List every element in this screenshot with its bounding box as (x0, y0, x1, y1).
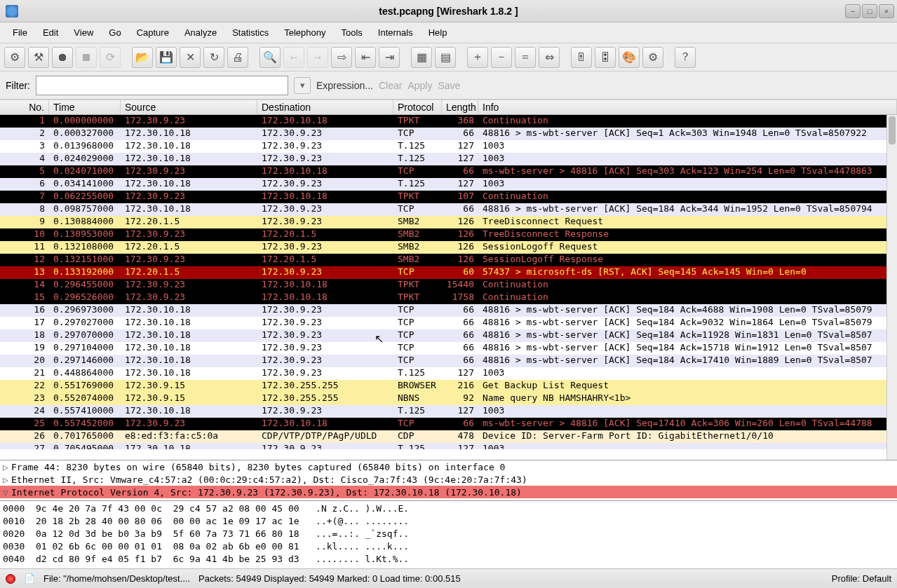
status-packets: Packets: 54949 Displayed: 54949 Marked: … (198, 573, 823, 584)
filter-label: Filter: (6, 80, 30, 91)
menubar: File Edit View Go Capture Analyze Statis… (0, 22, 897, 43)
col-header-source[interactable]: Source (121, 100, 257, 114)
menu-help[interactable]: Help (421, 25, 454, 41)
menu-capture[interactable]: Capture (130, 25, 176, 41)
resize-columns-icon[interactable]: ⇔ (539, 47, 560, 68)
packet-bytes-pane[interactable]: 0000 9c 4e 20 7a 7f 43 00 0c 29 c4 57 a2… (0, 500, 897, 568)
menu-telephony[interactable]: Telephony (277, 25, 332, 41)
packet-row[interactable]: 150.296526000172.30.9.23172.30.10.18TPKT… (0, 292, 897, 304)
col-header-destination[interactable]: Destination (257, 100, 393, 114)
packet-list-pane: No. Time Source Destination Protocol Len… (0, 100, 897, 460)
packet-row[interactable]: 200.297146000172.30.10.18172.30.9.23TCP6… (0, 355, 897, 367)
menu-file[interactable]: File (6, 25, 34, 41)
packet-row[interactable]: 120.132151000172.30.9.23172.20.1.5SMB212… (0, 254, 897, 266)
packet-row[interactable]: 190.297104000172.30.10.18172.30.9.23TCP6… (0, 342, 897, 355)
packet-row[interactable]: 60.034141000172.30.10.18172.30.9.23T.125… (0, 178, 897, 191)
col-header-time[interactable]: Time (49, 100, 121, 114)
packet-row[interactable]: 40.024029000172.30.10.18172.30.9.23T.125… (0, 153, 897, 165)
maximize-button[interactable]: □ (862, 4, 877, 18)
packet-list-body[interactable]: 10.000000000172.30.9.23172.30.10.18TPKT3… (0, 115, 897, 449)
packet-row[interactable]: 260.701765000e8:ed:f3:fa:c5:0aCDP/VTP/DT… (0, 430, 897, 443)
packet-row[interactable]: 170.297027000172.30.10.18172.30.9.23TCP6… (0, 317, 897, 329)
options-icon[interactable]: ⚒ (28, 47, 49, 68)
capture-filters-icon[interactable]: 🎚 (571, 47, 592, 68)
first-packet-icon[interactable]: ⇤ (355, 47, 376, 68)
packet-row[interactable]: 130.133192000172.20.1.5172.30.9.23TCP605… (0, 266, 897, 279)
close-file-icon[interactable]: ✕ (180, 47, 201, 68)
preferences-icon[interactable]: ⚙ (642, 47, 663, 68)
go-back-icon[interactable]: ← (283, 47, 304, 68)
packet-row[interactable]: 100.130953000172.30.9.23172.20.1.5SMB212… (0, 228, 897, 241)
filter-input[interactable] (36, 76, 288, 95)
interfaces-icon[interactable]: ⚙ (4, 47, 25, 68)
menu-edit[interactable]: Edit (36, 25, 65, 41)
col-header-no[interactable]: No. (0, 100, 49, 114)
col-header-protocol[interactable]: Protocol (393, 100, 442, 114)
save-button[interactable]: Save (438, 80, 460, 91)
packet-row[interactable]: 210.448864000172.30.10.18172.30.9.23T.12… (0, 367, 897, 380)
menu-internals[interactable]: Internals (371, 25, 420, 41)
statusbar: 📄 File: "/home/mohsen/Desktop/test.... P… (0, 568, 897, 588)
apply-button[interactable]: Apply (407, 80, 432, 91)
packet-row[interactable]: 180.297070000172.30.10.18172.30.9.23TCP6… (0, 329, 897, 342)
expression-button[interactable]: Expression... (316, 80, 373, 91)
detail-line[interactable]: ▽ Internet Protocol Version 4, Src: 172.… (0, 486, 897, 498)
menu-view[interactable]: View (67, 25, 100, 41)
last-packet-icon[interactable]: ⇥ (379, 47, 400, 68)
col-header-info[interactable]: Info (478, 100, 897, 114)
detail-line[interactable]: ▷ Frame 44: 8230 bytes on wire (65840 bi… (0, 460, 897, 473)
find-icon[interactable]: 🔍 (259, 47, 281, 68)
filter-dropdown-icon[interactable]: ▾ (294, 77, 311, 94)
colorize-icon[interactable]: ▦ (411, 47, 432, 68)
zoom-100-icon[interactable]: ＝ (515, 47, 536, 68)
zoom-out-icon[interactable]: － (491, 47, 512, 68)
zoom-in-icon[interactable]: ＋ (467, 47, 488, 68)
auto-scroll-icon[interactable]: ▤ (435, 47, 456, 68)
display-filters-icon[interactable]: 🎛 (595, 47, 616, 68)
vertical-scrollbar[interactable] (886, 115, 897, 460)
menu-tools[interactable]: Tools (334, 25, 369, 41)
menu-statistics[interactable]: Statistics (225, 25, 276, 41)
packet-row[interactable]: 70.062255000172.30.9.23172.30.10.18TPKT1… (0, 191, 897, 203)
help-icon[interactable]: ？ (675, 47, 696, 68)
clear-button[interactable]: Clear (379, 80, 402, 91)
minimize-button[interactable]: − (845, 4, 861, 18)
status-profile[interactable]: Profile: Default (832, 573, 891, 584)
print-icon[interactable]: 🖨 (227, 47, 248, 68)
packet-row[interactable]: 250.557452000172.30.9.23172.30.10.18TCP6… (0, 418, 897, 430)
close-button[interactable]: × (879, 4, 894, 18)
open-icon[interactable]: 📂 (132, 47, 153, 68)
toolbar: ⚙ ⚒ ⏺ ⏹ ⟳ 📂 💾 ✕ ↻ 🖨 🔍 ← → ⇨ ⇤ ⇥ ▦ ▤ ＋ － … (0, 43, 897, 71)
coloring-rules-icon[interactable]: 🎨 (619, 47, 640, 68)
restart-capture-icon[interactable]: ⟳ (100, 47, 121, 68)
packet-row[interactable]: 230.552074000172.30.9.15172.30.255.255NB… (0, 392, 897, 405)
save-icon[interactable]: 💾 (156, 47, 177, 68)
packet-row[interactable]: 140.296455000172.30.9.23172.30.10.18TPKT… (0, 279, 897, 292)
packet-row[interactable]: 50.024071000172.30.9.23172.30.10.18TCP66… (0, 165, 897, 178)
packet-details-pane[interactable]: ▷ Frame 44: 8230 bytes on wire (65840 bi… (0, 460, 897, 500)
status-file: File: "/home/mohsen/Desktop/test.... (43, 573, 190, 584)
expert-info-icon[interactable] (6, 574, 15, 584)
menu-analyze[interactable]: Analyze (177, 25, 224, 41)
packet-row[interactable]: 270.705495000172.30.10.18172.30.9.23T.12… (0, 443, 897, 449)
packet-row[interactable]: 220.551769000172.30.9.15172.30.255.255BR… (0, 380, 897, 392)
packet-row[interactable]: 80.098757000172.30.10.18172.30.9.23TCP66… (0, 203, 897, 216)
go-to-icon[interactable]: ⇨ (331, 47, 352, 68)
packet-row[interactable]: 160.296973000172.30.10.18172.30.9.23TCP6… (0, 304, 897, 317)
packet-row[interactable]: 110.132108000172.20.1.5172.30.9.23SMB212… (0, 241, 897, 254)
start-capture-icon[interactable]: ⏺ (52, 47, 73, 68)
menu-go[interactable]: Go (102, 25, 128, 41)
col-header-length[interactable]: Length (442, 100, 478, 114)
reload-icon[interactable]: ↻ (203, 47, 224, 68)
packet-row[interactable]: 10.000000000172.30.9.23172.30.10.18TPKT3… (0, 115, 897, 128)
packet-row[interactable]: 240.557410000172.30.10.18172.30.9.23T.12… (0, 405, 897, 418)
stop-capture-icon[interactable]: ⏹ (76, 47, 97, 68)
packet-row[interactable]: 30.013968000172.30.10.18172.30.9.23T.125… (0, 140, 897, 153)
detail-line[interactable]: ▷ Ethernet II, Src: Vmware_c4:57:a2 (00:… (0, 473, 897, 486)
capture-file-properties-icon[interactable]: 📄 (24, 573, 35, 584)
packet-row[interactable]: 20.000327000172.30.10.18172.30.9.23TCP66… (0, 128, 897, 140)
titlebar: test.pcapng [Wireshark 1.8.2 ] − □ × (0, 0, 897, 22)
go-forward-icon[interactable]: → (307, 47, 328, 68)
scrollbar-thumb[interactable] (889, 116, 896, 144)
packet-row[interactable]: 90.130884000172.20.1.5172.30.9.23SMB2126… (0, 216, 897, 228)
